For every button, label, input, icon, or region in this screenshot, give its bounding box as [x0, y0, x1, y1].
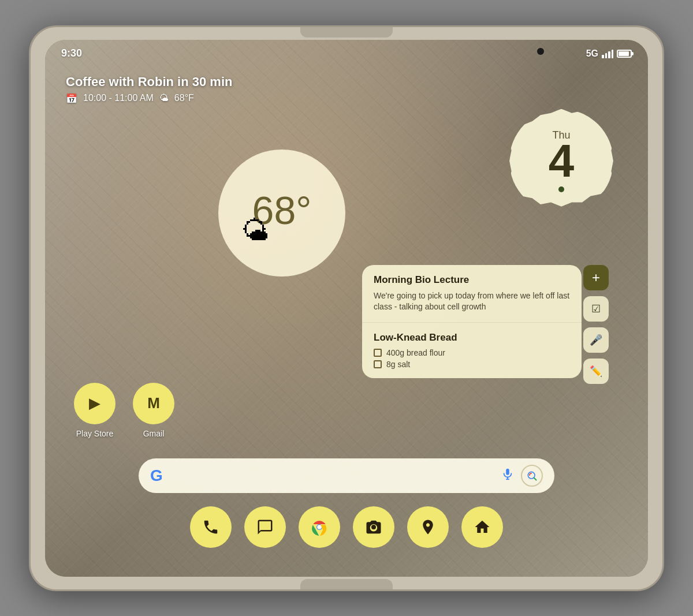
camera-cutout: [537, 48, 544, 55]
svg-rect-0: [506, 468, 509, 475]
dock-chrome[interactable]: [299, 506, 340, 548]
search-lens-button[interactable]: [521, 465, 543, 487]
notes-widget: Morning Bio Lecture We're going to pick …: [362, 265, 582, 378]
gmail-icon: M: [147, 394, 160, 412]
notes-action-buttons: + ☑ 🎤 ✏️: [583, 265, 609, 384]
svg-point-6: [317, 525, 322, 529]
status-right: 5G: [586, 48, 632, 59]
phone-outer: 9:30 5G Coffee with Robin in 30 min 📅 10…: [29, 25, 664, 591]
play-store-icon: ▶: [89, 394, 100, 412]
pencil-icon: ✏️: [590, 365, 602, 378]
note-mic-button[interactable]: 🎤: [583, 327, 609, 353]
gmail-label: Gmail: [143, 429, 165, 438]
event-notification[interactable]: Coffee with Robin in 30 min 📅 10:00 - 11…: [66, 74, 232, 104]
svg-line-4: [534, 477, 536, 480]
app-icons-row: ▶ Play Store M Gmail: [74, 383, 174, 438]
note-add-button[interactable]: +: [583, 265, 609, 290]
calendar-dot: [558, 186, 564, 192]
dock-camera[interactable]: [353, 506, 394, 548]
note-check-button[interactable]: ☑: [583, 296, 609, 322]
note-2-item-1-text: 400g bread flour: [386, 348, 445, 357]
event-weather: 68°F: [174, 93, 194, 103]
signal-icon: [602, 49, 613, 58]
gmail-icon-circle: M: [133, 383, 174, 424]
hinge-top: [300, 27, 393, 38]
dock-maps[interactable]: [407, 506, 449, 548]
status-time: 9:30: [61, 47, 82, 59]
event-time: 10:00 - 11:00 AM: [83, 93, 154, 103]
note-2-item-1: 400g bread flour: [374, 348, 570, 357]
note-edit-button[interactable]: ✏️: [583, 359, 609, 384]
search-bar[interactable]: G: [139, 458, 554, 493]
status-bar: 9:30 5G: [45, 40, 648, 68]
dock-phone[interactable]: [190, 506, 232, 548]
calendar-date-number: 4: [549, 138, 575, 184]
note-checkbox-2: [374, 360, 382, 368]
search-mic-button[interactable]: [501, 468, 514, 484]
event-title: Coffee with Robin in 30 min: [66, 74, 232, 89]
app-gmail[interactable]: M Gmail: [133, 383, 174, 438]
note-checkbox-1: [374, 349, 382, 357]
event-details: 📅 10:00 - 11:00 AM 🌤 68°F: [66, 93, 232, 104]
weather-mini-icon: 🌤: [159, 93, 169, 103]
note-2[interactable]: Low-Knead Bread 400g bread flour 8g salt: [362, 323, 582, 378]
note-2-item-2-text: 8g salt: [386, 360, 410, 369]
play-store-icon-circle: ▶: [74, 383, 116, 424]
note-2-item-2: 8g salt: [374, 360, 570, 369]
mic-icon: 🎤: [590, 334, 602, 346]
app-play-store[interactable]: ▶ Play Store: [74, 383, 116, 438]
network-label: 5G: [586, 48, 598, 59]
screen: 9:30 5G Coffee with Robin in 30 min 📅 10…: [45, 40, 648, 577]
google-logo: G: [150, 466, 163, 485]
hinge-bottom: [300, 579, 393, 589]
play-store-label: Play Store: [76, 429, 114, 438]
note-2-title: Low-Knead Bread: [374, 332, 570, 344]
weather-icon-sun: 🌤: [241, 215, 269, 247]
check-icon: ☑: [591, 303, 601, 315]
plus-icon: +: [592, 270, 600, 286]
calendar-icon: 📅: [66, 93, 77, 104]
battery-icon: [617, 50, 632, 58]
weather-widget[interactable]: 🌤 68°: [218, 150, 345, 277]
dock-messages[interactable]: [244, 506, 286, 548]
dock: [190, 506, 503, 548]
note-1[interactable]: Morning Bio Lecture We're going to pick …: [362, 265, 582, 323]
dock-home[interactable]: [461, 506, 503, 548]
note-1-title: Morning Bio Lecture: [374, 274, 570, 286]
note-1-body: We're going to pick up today from where …: [374, 290, 570, 313]
battery-fill: [619, 51, 629, 56]
